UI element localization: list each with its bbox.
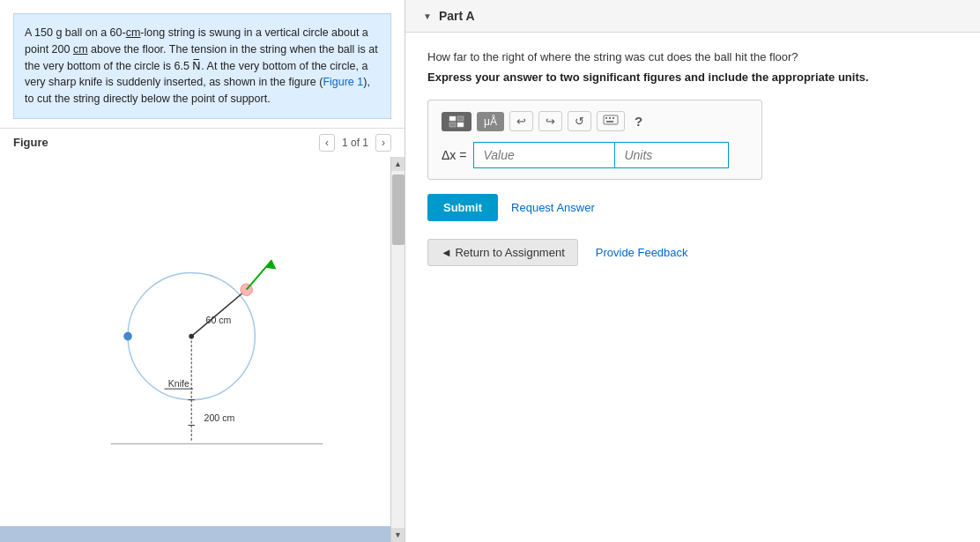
answer-container: μÅ ↩ ↪ ↺ ? Δx = [427,100,762,180]
part-header: ▼ Part A [405,0,980,33]
instructions-text: Express your answer to two significant f… [427,71,958,84]
value-input[interactable] [473,142,614,168]
submit-button[interactable]: Submit [427,194,498,221]
action-row: Submit Request Answer [427,194,958,221]
input-row: Δx = [442,142,748,168]
svg-line-1 [191,290,247,337]
svg-rect-22 [612,117,614,119]
scroll-thumb[interactable] [392,174,405,245]
help-button[interactable]: ? [630,112,647,130]
svg-rect-23 [606,121,613,123]
figure-content: 60 cm Knife 200 cm [0,157,390,542]
prev-figure-button[interactable]: ‹ [319,134,335,152]
floor-bar [0,526,390,542]
collapse-icon[interactable]: ▼ [423,11,432,21]
redo-button[interactable]: ↪ [538,111,562,131]
bottom-row: ◄ Return to Assignment Provide Feedback [427,239,958,266]
figure-navigation: ‹ 1 of 1 › [319,134,391,152]
right-panel: ▼ Part A How far to the right of where t… [405,0,980,542]
scroll-up-arrow[interactable]: ▲ [391,157,405,171]
page-indicator: 1 of 1 [342,137,368,149]
provide-feedback-button[interactable]: Provide Feedback [596,246,688,259]
svg-rect-18 [457,123,464,127]
answer-toolbar: μÅ ↩ ↪ ↺ ? [442,111,748,131]
grid-button[interactable] [442,112,471,131]
svg-rect-15 [449,116,456,121]
svg-rect-16 [457,116,464,121]
refresh-button[interactable]: ↺ [568,111,591,131]
keyboard-icon [603,115,619,125]
figure-header: Figure ‹ 1 of 1 › [0,128,405,157]
part-body: How far to the right of where the string… [405,33,980,284]
scroll-down-arrow[interactable]: ▼ [391,528,405,542]
svg-text:200 cm: 200 cm [204,412,234,423]
left-panel: A 150 g ball on a 60-cm-long string is s… [0,0,405,542]
mu-button[interactable]: μÅ [477,112,504,131]
figure-link[interactable]: Figure 1 [323,76,363,88]
scrollbar[interactable]: ▲ ▼ [390,157,405,542]
undo-button[interactable]: ↩ [509,111,533,131]
delta-label: Δx = [442,148,466,162]
svg-rect-19 [604,115,618,124]
figure-label: Figure [13,136,48,149]
svg-text:Knife: Knife [167,379,189,390]
figure-svg: 60 cm Knife 200 cm [55,239,337,459]
problem-text: A 150 g ball on a 60-cm-long string is s… [13,13,391,119]
units-input[interactable] [614,142,729,168]
svg-rect-20 [605,117,607,119]
svg-rect-21 [609,117,611,119]
question-text: How far to the right of where the string… [427,50,958,63]
part-title: Part A [439,9,475,23]
next-figure-button[interactable]: › [375,134,391,152]
request-answer-button[interactable]: Request Answer [511,201,595,214]
svg-rect-17 [449,123,456,127]
keyboard-button[interactable] [597,111,625,131]
figure-area: 60 cm Knife 200 cm [0,157,405,542]
svg-text:60 cm: 60 cm [205,316,231,326]
grid-icon [449,115,464,128]
return-to-assignment-button[interactable]: ◄ Return to Assignment [427,239,578,266]
svg-point-13 [123,332,132,341]
